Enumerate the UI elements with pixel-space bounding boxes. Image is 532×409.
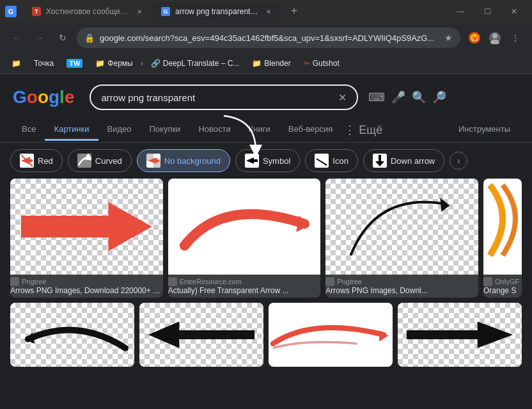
forward-button[interactable]: →	[31, 29, 49, 47]
nav-books[interactable]: Книги	[240, 119, 279, 141]
bookmark-deepl[interactable]: 🔗 DeepL Translate – C...	[146, 56, 245, 70]
search-bar[interactable]: arrow png transparent ✕	[90, 84, 358, 110]
chip-red-thumb	[20, 154, 34, 168]
image-row-1: Pngtree Arrows PNG Images, Download 2200…	[10, 179, 522, 298]
address-input[interactable]: 🔒 google.com/search?sca_esv=494c35ac1462…	[77, 28, 460, 48]
image-grid: Pngtree Arrows PNG Images, Download 2200…	[0, 179, 532, 409]
img-placeholder-2	[168, 179, 321, 275]
svg-text:G: G	[8, 8, 14, 15]
img-title-4: Orange S	[483, 286, 522, 295]
lens-icon[interactable]: 🔍	[412, 90, 426, 104]
keyboard-icon[interactable]: ⌨	[368, 90, 385, 104]
tab-2-title: arrow png transparent - Поис...	[175, 7, 258, 16]
tab-2[interactable]: G arrow png transparent - Поис... ✕	[153, 2, 281, 21]
svg-text:🦊: 🦊	[471, 35, 479, 42]
img-placeholder-6	[139, 303, 263, 367]
img-info-3: Pngtree Arrows PNG Images, Downl...	[325, 275, 478, 298]
image-card-1[interactable]: Pngtree Arrows PNG Images, Download 2200…	[10, 179, 163, 298]
minimize-button[interactable]: —	[448, 3, 473, 20]
bookmark-tochka[interactable]: Точка	[29, 56, 59, 70]
window-drag-area: G	[5, 6, 17, 17]
bookmark-folder-blender[interactable]: 📁 Blender	[247, 56, 295, 70]
nav-web[interactable]: Веб-версия	[279, 119, 342, 141]
nav-more[interactable]: ⋮ Ещё	[341, 118, 385, 142]
browser-actions: 🦊 ⋮	[465, 29, 524, 47]
chip-nobg-thumb	[146, 154, 160, 168]
tabs-container: T Хостинговое сообщество «Ti... ✕ G arro…	[24, 2, 444, 21]
chip-curved-thumb	[77, 154, 91, 168]
chip-downarrow[interactable]: Down arrow	[363, 149, 444, 172]
chip-red[interactable]: Red	[10, 149, 63, 172]
bookmark-folder-fermy[interactable]: 📁 Фермы	[90, 56, 137, 70]
nav-shopping[interactable]: Покупки	[140, 119, 189, 141]
chip-icon-label: Icon	[332, 156, 348, 166]
image-card-6[interactable]	[139, 303, 263, 367]
image-row-2	[10, 303, 522, 367]
img-source-icon-2	[168, 277, 177, 286]
nav-images[interactable]: Картинки	[45, 119, 98, 141]
tab-1[interactable]: T Хостинговое сообщество «Ti... ✕	[24, 2, 152, 21]
img-source-2: EntreResource.com	[168, 277, 321, 286]
breadcrumb-sep: ›	[141, 59, 143, 68]
address-bar: ← → ↻ 🔒 google.com/search?sca_esv=494c35…	[0, 23, 532, 52]
chips-more-button[interactable]: ›	[450, 152, 467, 170]
extension-fox-icon[interactable]: 🦊	[465, 29, 483, 47]
nav-all[interactable]: Все	[13, 119, 45, 141]
chip-icon[interactable]: Icon	[305, 149, 358, 172]
profile-icon[interactable]	[486, 29, 504, 47]
close-button[interactable]: ✕	[501, 3, 527, 20]
google-logo: Google	[13, 87, 74, 108]
chip-symbol[interactable]: Symbol	[235, 149, 300, 172]
menu-button[interactable]: ⋮	[506, 29, 524, 47]
title-bar: G T Хостинговое сообщество «Ti... ✕ G ar…	[0, 0, 532, 23]
img-source-1: Pngtree	[10, 277, 163, 286]
search-clear-button[interactable]: ✕	[338, 92, 347, 104]
svg-rect-11	[77, 154, 91, 168]
window-controls: — ☐ ✕	[448, 3, 527, 20]
bookmark-gutshot[interactable]: ✂ Gutshot	[299, 56, 345, 70]
svg-marker-29	[148, 321, 254, 348]
img-info-2: EntreResource.com Actually) Free Transpa…	[168, 275, 321, 298]
reload-button[interactable]: ↻	[54, 29, 72, 47]
new-tab-button[interactable]: +	[285, 2, 303, 20]
google-nav: Все Картинки Видео Покупки Новости Книги…	[0, 113, 532, 143]
search-icons: ⌨ 🎤 🔍 🔎	[368, 90, 446, 104]
svg-marker-30	[379, 330, 388, 341]
img-placeholder-3	[325, 179, 478, 275]
image-card-3[interactable]: Pngtree Arrows PNG Images, Downl...	[325, 179, 478, 298]
image-card-7[interactable]	[269, 303, 393, 367]
search-button[interactable]: 🔎	[432, 90, 446, 104]
image-card-5[interactable]	[10, 303, 134, 367]
tab-2-favicon: G	[161, 7, 170, 16]
img-source-icon-3	[325, 277, 334, 286]
image-card-4[interactable]: OnlyGF Orange S	[483, 179, 522, 298]
bookmark-folder-icon[interactable]: 📁	[6, 56, 26, 70]
chip-symbol-label: Symbol	[263, 156, 290, 166]
svg-marker-27	[441, 198, 450, 212]
image-card-2[interactable]: EntreResource.com Actually) Free Transpa…	[168, 179, 321, 298]
img-placeholder-5	[10, 303, 134, 367]
tab-1-close[interactable]: ✕	[134, 6, 145, 17]
img-placeholder-8	[398, 303, 522, 367]
microphone-icon[interactable]: 🎤	[391, 90, 405, 104]
nav-tools[interactable]: Инструменты	[450, 119, 519, 141]
chip-downarrow-thumb	[373, 154, 387, 168]
tab-2-close[interactable]: ✕	[263, 6, 274, 17]
address-icons: ★	[444, 33, 453, 43]
lock-icon: 🔒	[84, 33, 95, 43]
nav-news[interactable]: Новости	[189, 119, 239, 141]
image-card-8[interactable]	[398, 303, 522, 367]
back-button[interactable]: ←	[8, 29, 26, 47]
maximize-button[interactable]: ☐	[474, 3, 500, 20]
chip-downarrow-label: Down arrow	[391, 156, 435, 166]
tab-1-favicon: T	[32, 7, 41, 16]
bookmark-star-icon[interactable]: ★	[444, 33, 453, 43]
bookmarks-bar: 📁 Точка TW 📁 Фермы › 🔗 DeepL Translate –…	[0, 52, 532, 74]
chip-curved[interactable]: Curved	[68, 149, 132, 172]
chip-nobg[interactable]: No background	[137, 149, 230, 172]
img-info-4: OnlyGF Orange S	[483, 275, 522, 298]
img-placeholder-4	[483, 179, 522, 275]
img-placeholder-7	[269, 303, 393, 367]
bookmark-tw[interactable]: TW	[61, 56, 88, 70]
nav-video[interactable]: Видео	[98, 119, 141, 141]
